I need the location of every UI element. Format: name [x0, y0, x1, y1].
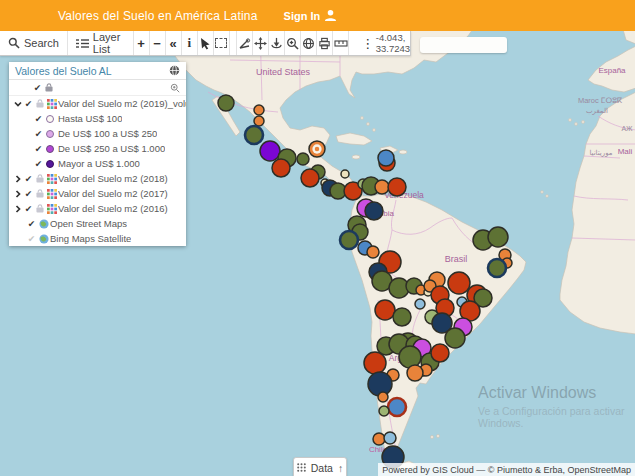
legend-row[interactable]: ✔ Mayor a US$ 1.000 [9, 156, 186, 171]
zoom-extent-button[interactable] [285, 31, 301, 55]
lock-icon[interactable] [34, 189, 45, 198]
map-data-point[interactable] [384, 432, 396, 444]
map-data-point[interactable] [340, 231, 358, 249]
panel-globe-icon[interactable] [169, 65, 180, 76]
info-button[interactable]: i [182, 31, 198, 55]
map-data-point[interactable] [388, 398, 406, 416]
legend-swatch [46, 145, 54, 153]
map-data-point[interactable] [488, 227, 508, 247]
basemap-row-bing[interactable]: ✔ Bing Maps Satellite [9, 231, 186, 246]
select-area-button[interactable] [214, 31, 230, 55]
search-label: Search [24, 37, 59, 49]
map-data-point[interactable] [367, 246, 379, 258]
basemap-label: Open Street Maps [50, 218, 127, 229]
legend-checkbox[interactable]: ✔ [33, 159, 44, 169]
map-data-point[interactable] [378, 150, 394, 166]
panel-header: Valores del Suelo AL [9, 62, 186, 80]
data-grid-button[interactable]: Data ↑ [293, 457, 347, 476]
map-overlay-box [420, 37, 507, 53]
layer-row-2016[interactable]: ✔ Valor del Suelo m2 (2016) [9, 201, 186, 216]
map-data-point[interactable] [365, 202, 383, 220]
chevron-right-icon[interactable] [13, 190, 23, 198]
legend-label: De US$ 100 a US$ 250 [58, 128, 157, 139]
layer-checkbox[interactable]: ✔ [23, 174, 34, 184]
measure-button[interactable] [237, 31, 253, 55]
map-data-point[interactable] [431, 344, 449, 362]
map-data-point[interactable] [364, 352, 386, 374]
lock-icon[interactable] [34, 204, 45, 213]
my-location-button[interactable] [269, 31, 285, 55]
map-data-point[interactable] [260, 141, 280, 161]
legend-swatch [46, 115, 54, 123]
map-place-label: España [598, 66, 626, 75]
layer-checkbox[interactable]: ✔ [23, 99, 34, 109]
basemap-row-osm[interactable]: ✔ Open Street Maps [9, 216, 186, 231]
map-data-point[interactable] [373, 433, 385, 445]
map-data-point[interactable] [375, 300, 395, 320]
layer-row-2018[interactable]: ✔ Valor del Suelo m2 (2018) [9, 171, 186, 186]
legend-checkbox[interactable]: ✔ [33, 129, 44, 139]
pan-button[interactable] [253, 31, 269, 55]
print-button[interactable] [317, 31, 333, 55]
globe-button[interactable] [301, 31, 317, 55]
search-button[interactable]: Search [0, 31, 68, 55]
map-data-point[interactable] [393, 308, 411, 326]
chevron-down-icon[interactable] [13, 100, 23, 108]
toolbar-separator [349, 31, 360, 55]
sign-in-button[interactable]: Sign In [284, 9, 338, 22]
map-data-point[interactable] [407, 365, 423, 381]
map-data-point[interactable] [301, 169, 319, 187]
legend-label: De US$ 250 a US$ 1.000 [58, 143, 165, 154]
layer-row-2017[interactable]: ✔ Valor del Suelo m2 (2017) [9, 186, 186, 201]
map-data-point[interactable] [245, 126, 263, 144]
map-data-point[interactable] [379, 406, 389, 416]
basemap-checkbox[interactable]: ✔ [26, 234, 37, 244]
map-data-point[interactable] [378, 392, 388, 402]
layer-row-2019[interactable]: ✔ Valor del Suelo m2 (2019)_volunt. [9, 96, 186, 111]
lock-icon[interactable] [34, 174, 45, 183]
zoom-out-button[interactable]: − [150, 31, 166, 55]
symbology-grid-icon [45, 174, 58, 184]
map-data-point[interactable] [445, 328, 465, 348]
chevron-right-icon[interactable] [13, 205, 23, 213]
map-data-point[interactable] [448, 272, 470, 294]
data-button-label: Data [311, 462, 333, 474]
map-toolbar: Search Layer List + − « i [0, 31, 411, 56]
basemap-checkbox[interactable]: ✔ [26, 219, 37, 229]
printer-icon [318, 37, 331, 50]
legend-checkbox[interactable]: ✔ [33, 114, 44, 124]
lock-icon[interactable] [34, 99, 45, 108]
map-data-point[interactable] [272, 159, 290, 177]
map-place-label: Mali [618, 147, 633, 156]
legend-row[interactable]: ✔ De US$ 100 a US$ 250 [9, 126, 186, 141]
panel-zoom-icon[interactable] [170, 83, 180, 93]
layer-checkbox[interactable]: ✔ [23, 189, 34, 199]
legend-row[interactable]: ✔ De US$ 250 a US$ 1.000 [9, 141, 186, 156]
lock-all-icon[interactable] [43, 83, 54, 92]
panel-title: Valores del Suelo AL [15, 65, 169, 77]
layer-checkbox[interactable]: ✔ [23, 204, 34, 214]
map-data-point[interactable] [297, 153, 309, 165]
map-data-point[interactable] [254, 116, 264, 126]
coordinates-readout: -4.043, 33.7243 [376, 31, 410, 55]
map-data-point[interactable] [488, 259, 506, 277]
map-data-point[interactable] [388, 178, 406, 196]
map-data-point[interactable] [254, 105, 264, 115]
chevron-right-icon[interactable] [13, 175, 23, 183]
legend-label: Hasta US$ 100 [58, 113, 122, 124]
map-data-point[interactable] [415, 299, 425, 309]
map-data-point[interactable] [375, 180, 389, 194]
select-cursor-button[interactable] [198, 31, 214, 55]
symbology-grid-icon [45, 189, 58, 199]
layer-list-button[interactable]: Layer List [68, 31, 134, 55]
more-options-button[interactable]: ⋮ [360, 31, 376, 55]
legend-row[interactable]: ✔ Hasta US$ 100 [9, 111, 186, 126]
map-data-point[interactable] [341, 170, 349, 178]
map-data-point[interactable] [218, 95, 234, 111]
ruler-icon [334, 38, 348, 49]
scalebar-button[interactable] [333, 31, 349, 55]
check-all-toggle[interactable]: ✔ [32, 83, 43, 93]
legend-checkbox[interactable]: ✔ [33, 144, 44, 154]
zoom-in-button[interactable]: + [134, 31, 150, 55]
collapse-toolbar-button[interactable]: « [166, 31, 182, 55]
